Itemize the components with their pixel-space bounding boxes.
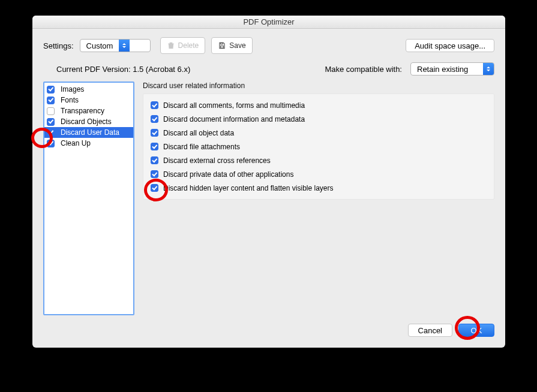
settings-dropdown-value: Custom [80,41,119,50]
option-row: Discard all comments, forms and multimed… [151,101,487,109]
checkbox[interactable] [151,101,158,109]
options-pane: Discard user related information Discard… [143,82,494,200]
checkbox[interactable] [151,170,158,178]
option-label: Discard private data of other applicatio… [163,171,293,178]
sidebar-item-label: Fonts [61,96,79,104]
sidebar-item-images[interactable]: Images [44,84,133,95]
option-row: Discard private data of other applicatio… [151,170,487,178]
checkbox[interactable] [151,184,158,192]
checkbox[interactable] [47,140,55,147]
option-label: Discard hidden layer content and flatten… [163,185,334,192]
audit-space-usage-button[interactable]: Audit space usage... [406,39,494,52]
checkbox[interactable] [151,143,158,150]
sidebar-item-label: Discard Objects [61,117,112,126]
sidebar-item-label: Clean Up [61,139,91,147]
option-label: Discard all object data [163,129,234,137]
checkbox[interactable] [151,115,158,123]
option-label: Discard document information and metadat… [163,116,305,123]
checkbox[interactable] [47,107,55,115]
toolbar: Settings: Custom Delete Save [43,37,494,54]
sidebar-item-discard-objects[interactable]: Discard Objects [44,116,133,127]
checkbox[interactable] [151,129,158,137]
sidebar-item-label: Images [61,85,84,94]
settings-label: Settings: [43,41,74,50]
sidebar-item-clean-up[interactable]: Clean Up [44,138,133,149]
checkbox[interactable] [47,118,55,126]
compat-dropdown-value: Retain existing [411,65,483,74]
floppy-icon [218,41,226,50]
checkbox[interactable] [151,156,158,164]
checkbox[interactable] [47,129,55,137]
option-label: Discard file attachments [163,143,240,150]
delete-button: Delete [160,37,206,54]
sidebar-item-transparency[interactable]: Transparency [44,105,133,116]
compat-dropdown[interactable]: Retain existing [410,62,494,76]
pane-title: Discard user related information [143,82,494,90]
sidebar-item-fonts[interactable]: Fonts [44,95,133,105]
option-label: Discard external cross references [163,157,271,164]
option-row: Discard document information and metadat… [151,115,487,123]
save-button[interactable]: Save [211,37,252,54]
option-row: Discard external cross references [151,156,487,164]
category-sidebar: Images Fonts Transparency Discard Object… [43,82,134,315]
dialog-footer: Cancel OK [43,324,494,337]
svg-rect-0 [221,43,223,44]
audit-space-usage-label: Audit space usage... [415,41,485,50]
sidebar-item-label: Discard User Data [61,128,119,137]
svg-rect-1 [221,46,224,49]
chevron-updown-icon [483,63,494,75]
window-title: PDF Optimizer [32,16,505,29]
cancel-button[interactable]: Cancel [408,324,452,337]
save-button-label: Save [229,41,245,50]
info-row: Current PDF Version: 1.5 (Acrobat 6.x) M… [47,62,494,76]
option-row: Discard all object data [151,129,487,137]
ok-button-label: OK [471,326,482,335]
compat-label: Make compatible with: [325,65,402,74]
sidebar-item-discard-user-data[interactable]: Discard User Data [44,127,133,138]
cancel-button-label: Cancel [418,326,442,335]
current-version-label: Current PDF Version: 1.5 (Acrobat 6.x) [56,65,190,74]
delete-button-label: Delete [178,41,199,50]
sidebar-item-label: Transparency [61,107,104,115]
checkbox[interactable] [47,97,55,104]
option-row: Discard hidden layer content and flatten… [151,184,487,192]
option-row: Discard file attachments [151,143,487,150]
checkbox[interactable] [47,86,55,94]
options-box: Discard all comments, forms and multimed… [143,94,494,200]
settings-dropdown[interactable]: Custom [80,39,151,52]
trash-icon [167,41,175,50]
pdf-optimizer-window: PDF Optimizer Settings: Custom Delete [32,16,505,348]
chevron-updown-icon [119,40,130,52]
ok-button[interactable]: OK [458,324,494,337]
option-label: Discard all comments, forms and multimed… [163,102,305,109]
